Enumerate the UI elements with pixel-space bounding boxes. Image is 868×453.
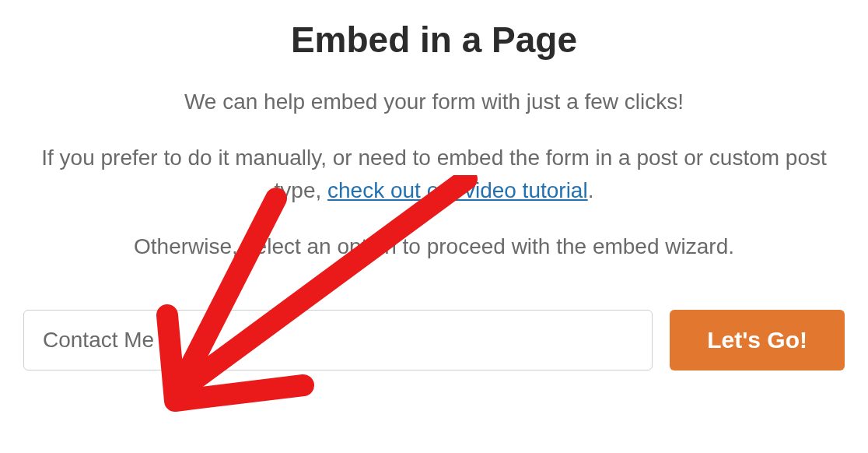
page-name-input[interactable] <box>23 310 653 370</box>
video-tutorial-link[interactable]: check out our video tutorial <box>327 178 588 202</box>
description-line-1: We can help embed your form with just a … <box>23 86 845 118</box>
description-line-2-suffix: . <box>588 178 594 202</box>
page-title: Embed in a Page <box>23 19 845 61</box>
description-line-2: If you prefer to do it manually, or need… <box>23 142 845 207</box>
embed-form-row: Let's Go! <box>23 310 845 370</box>
lets-go-button[interactable]: Let's Go! <box>670 310 845 370</box>
description-line-3: Otherwise, select an option to proceed w… <box>23 230 845 263</box>
description-block: We can help embed your form with just a … <box>23 86 845 263</box>
